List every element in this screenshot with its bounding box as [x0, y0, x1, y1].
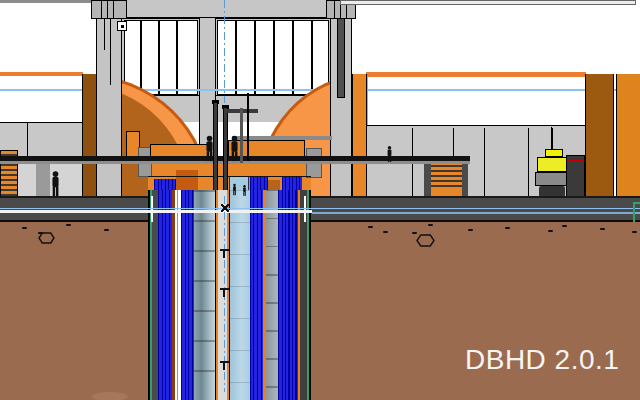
slab-white-line — [0, 210, 312, 212]
slab-guide-line-2 — [312, 212, 640, 214]
borehole-column-k — [309, 190, 311, 400]
machine-top-box — [545, 149, 563, 157]
cap-line — [107, 1, 108, 18]
window-group-left — [124, 20, 198, 95]
borehole-column-st — [194, 190, 215, 400]
version-watermark: DBHD 2.0.1 — [465, 344, 619, 376]
window-mullion — [311, 21, 313, 94]
detail-square-dot — [121, 25, 125, 29]
roof-strip-right — [340, 0, 636, 5]
roofline-left — [0, 72, 83, 76]
borehole-column-p — [250, 190, 263, 400]
liner-corner-teal — [633, 202, 635, 222]
borehole-column-ca — [215, 190, 230, 400]
borehole-column-pb — [230, 190, 250, 400]
wall-column-brown-right — [585, 74, 614, 197]
louver-panel-right — [431, 162, 462, 188]
window-mullion — [273, 21, 275, 94]
wall-column-orange-right — [616, 74, 640, 197]
roofline-right — [366, 72, 586, 77]
derrick-mast-left — [213, 103, 218, 197]
roof-edge-line-left — [0, 0, 97, 3]
window-mullion — [176, 21, 178, 94]
centerline-dashed-top — [224, 0, 226, 103]
window-group-right — [217, 20, 329, 95]
cap-line — [334, 1, 335, 18]
crane-cable — [551, 127, 552, 150]
truck-stripe — [567, 159, 584, 161]
facade-detail-square — [117, 21, 127, 31]
derrick-mast-right — [223, 108, 228, 197]
centerline-dashed-shaft — [224, 196, 226, 392]
wall-joint-line — [528, 128, 529, 198]
wall-joint-line — [27, 123, 28, 158]
wall-joint-line — [484, 128, 485, 198]
equip-line — [148, 176, 311, 177]
window-mullion — [292, 21, 294, 94]
cap-line — [101, 1, 102, 18]
cap-line — [113, 1, 114, 18]
liner-corner-teal-top — [633, 202, 640, 204]
borehole-shaft — [148, 190, 311, 400]
tower-slot — [337, 8, 345, 98]
derrick-guy-line — [247, 93, 249, 161]
slab-bottom-edge — [0, 220, 640, 223]
earth-smudge — [92, 392, 128, 400]
cad-cross-section-canvas: DBHD 2.0.1 — [0, 0, 640, 400]
tower-right — [330, 2, 352, 197]
machine-body — [537, 157, 567, 172]
machine-base — [535, 172, 568, 186]
truck-silhouette — [566, 155, 585, 197]
walkway-underside — [0, 161, 470, 164]
window-mullion — [140, 21, 142, 94]
window-mullion — [254, 21, 256, 94]
slab-guide-line — [0, 208, 640, 210]
derrick-post — [240, 108, 243, 163]
window-mullion — [235, 21, 237, 94]
borehole-column-p — [181, 190, 194, 400]
borehole-column-p — [158, 190, 172, 400]
borehole-column-p — [278, 190, 298, 400]
borehole-column-gy — [266, 190, 278, 400]
slab-top-edge — [0, 196, 640, 198]
wall-column-brown-left — [82, 74, 97, 197]
tower-left-cap — [91, 0, 127, 19]
window-mullion — [158, 21, 160, 94]
wall-column-orange-mid — [352, 74, 367, 197]
tower-left — [96, 2, 122, 197]
